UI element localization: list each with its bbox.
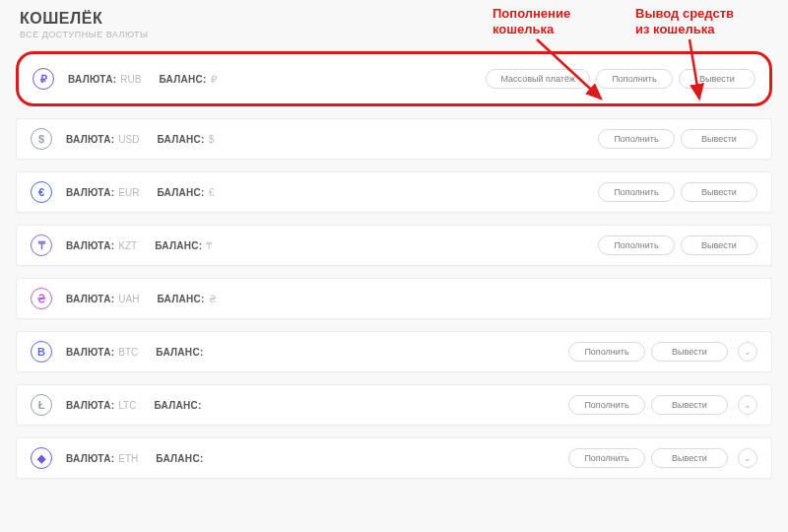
currency-code: RUB [120, 74, 141, 85]
balance-label: БАЛАНС: [157, 187, 204, 198]
withdraw-button[interactable]: Вывести [681, 182, 757, 202]
withdraw-button[interactable]: Вывести [651, 448, 728, 468]
currency-row-btc: BВАЛЮТА:BTCБАЛАНС:ПополнитьВывести⌄ [16, 331, 772, 372]
deposit-button[interactable]: Пополнить [568, 395, 645, 415]
currency-icon-uah: ₴ [31, 288, 52, 309]
deposit-button[interactable]: Пополнить [568, 342, 645, 362]
withdraw-button[interactable]: Вывести [651, 395, 728, 415]
currency-code: USD [118, 134, 139, 145]
currency-row-kzt: ₸ВАЛЮТА:KZTБАЛАНС:₸ПополнитьВывести [16, 225, 772, 266]
currency-code: EUR [118, 187, 139, 198]
withdraw-button[interactable]: Вывести [681, 235, 757, 255]
currency-label: ВАЛЮТА: [66, 240, 114, 251]
deposit-button[interactable]: Пополнить [598, 182, 675, 202]
currency-row-ltc: ŁВАЛЮТА:LTCБАЛАНС:ПополнитьВывести⌄ [16, 384, 772, 426]
balance-label: БАЛАНС: [157, 134, 204, 145]
balance-label: БАЛАНС: [155, 240, 202, 251]
balance-label: БАЛАНС: [156, 347, 203, 358]
currency-list: ₽ВАЛЮТА:RUBБАЛАНС:₽Массовый платёжПополн… [0, 43, 788, 479]
mass-payment-button[interactable]: Массовый платёж [486, 69, 590, 89]
currency-row-eur: €ВАЛЮТА:EURБАЛАНС:€ПополнитьВывести [16, 171, 772, 213]
currency-icon-rub: ₽ [33, 68, 54, 90]
currency-row-usd: $ВАЛЮТА:USDБАЛАНС:$ПополнитьВывести [16, 118, 772, 160]
currency-row-rub: ₽ВАЛЮТА:RUBБАЛАНС:₽Массовый платёжПополн… [16, 51, 772, 106]
currency-icon-kzt: ₸ [31, 234, 52, 256]
withdraw-button[interactable]: Вывести [681, 129, 757, 149]
balance-label: БАЛАНС: [156, 453, 203, 464]
currency-label: ВАЛЮТА: [66, 347, 114, 358]
deposit-button[interactable]: Пополнить [598, 235, 675, 255]
currency-code: BTC [118, 347, 138, 358]
page-title: КОШЕЛЁК [20, 10, 768, 28]
currency-code: KZT [118, 240, 137, 251]
currency-label: ВАЛЮТА: [66, 294, 114, 304]
balance-symbol: ₽ [211, 74, 217, 85]
withdraw-button[interactable]: Вывести [679, 69, 755, 89]
deposit-button[interactable]: Пополнить [568, 448, 645, 468]
currency-icon-ltc: Ł [31, 394, 52, 416]
currency-label: ВАЛЮТА: [66, 187, 114, 198]
withdraw-button[interactable]: Вывести [651, 342, 728, 362]
currency-icon-eth: ◆ [31, 447, 52, 469]
deposit-button[interactable]: Пополнить [596, 69, 673, 89]
currency-code: UAH [118, 294, 139, 304]
expand-toggle[interactable]: ⌄ [738, 342, 757, 362]
balance-symbol: € [209, 187, 215, 198]
balance-symbol: $ [209, 134, 215, 145]
balance-label: БАЛАНС: [157, 294, 204, 304]
currency-icon-btc: B [31, 341, 52, 363]
expand-toggle[interactable]: ⌄ [738, 395, 757, 415]
balance-symbol: ₴ [209, 294, 217, 304]
currency-code: ETH [118, 453, 138, 464]
currency-label: ВАЛЮТА: [66, 400, 114, 411]
page-subtitle: ВСЕ ДОСТУПНЫЕ ВАЛЮТЫ [20, 30, 768, 39]
balance-label: БАЛАНС: [159, 74, 206, 85]
currency-label: ВАЛЮТА: [66, 453, 114, 464]
currency-icon-usd: $ [31, 128, 52, 150]
expand-toggle[interactable]: ⌄ [738, 448, 757, 468]
currency-row-eth: ◆ВАЛЮТА:ETHБАЛАНС:ПополнитьВывести⌄ [16, 437, 772, 479]
currency-label: ВАЛЮТА: [68, 74, 116, 85]
currency-code: LTC [118, 400, 136, 411]
balance-symbol: ₸ [206, 240, 212, 251]
balance-label: БАЛАНС: [154, 400, 201, 411]
currency-row-uah: ₴ВАЛЮТА:UAHБАЛАНС:₴ [16, 278, 772, 319]
currency-label: ВАЛЮТА: [66, 134, 114, 145]
currency-icon-eur: € [31, 181, 52, 203]
page-header: КОШЕЛЁК ВСЕ ДОСТУПНЫЕ ВАЛЮТЫ [0, 0, 788, 43]
deposit-button[interactable]: Пополнить [598, 129, 675, 149]
